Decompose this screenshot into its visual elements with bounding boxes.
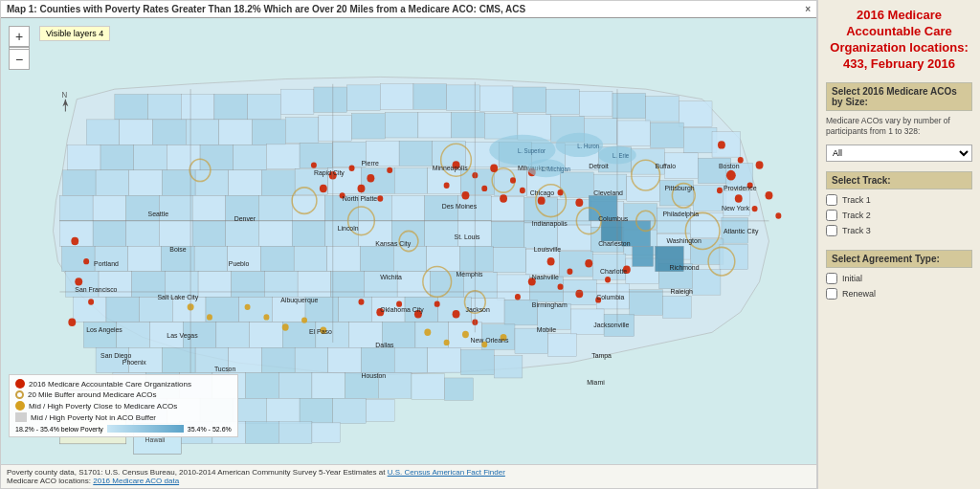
svg-rect-223 [266, 398, 300, 423]
initial-checkbox[interactable] [826, 273, 837, 284]
svg-rect-126 [128, 246, 162, 271]
map-close-button[interactable]: × [805, 4, 811, 14]
svg-point-257 [717, 188, 723, 193]
svg-text:Jackson: Jackson [465, 306, 489, 314]
svg-rect-89 [292, 195, 325, 220]
svg-rect-21 [120, 120, 153, 144]
svg-point-278 [605, 277, 611, 282]
track3-item: Track 3 [826, 225, 972, 236]
svg-rect-88 [258, 195, 292, 220]
svg-text:San Francisco: San Francisco [75, 286, 117, 294]
sidebar: 2016 Medicare Accountable Care Organizat… [817, 0, 980, 489]
footer-census-link[interactable]: U.S. Census American Fact Finder [388, 468, 505, 477]
svg-rect-24 [219, 120, 253, 144]
legend-buffer-icon [15, 390, 24, 399]
legend-item-midpov-close: Mid / High Poverty Close to Medicare ACO… [15, 401, 232, 411]
svg-text:Detroit: Detroit [589, 163, 608, 170]
svg-point-254 [726, 170, 736, 181]
svg-point-275 [547, 257, 555, 265]
svg-point-281 [575, 290, 583, 298]
svg-rect-11 [413, 84, 447, 109]
svg-point-287 [349, 166, 355, 171]
initial-label: Initial [842, 274, 862, 283]
svg-rect-38 [683, 127, 717, 152]
svg-rect-231 [312, 423, 341, 443]
svg-point-294 [358, 299, 364, 304]
svg-rect-212 [246, 373, 279, 398]
legend-midpov-not-icon [15, 412, 27, 422]
svg-point-274 [575, 199, 583, 207]
svg-point-265 [510, 177, 516, 183]
svg-point-271 [520, 188, 525, 193]
sidebar-agreement-section: Select Agreement Type: Initial Renewal [826, 250, 972, 303]
svg-text:Washington: Washington [666, 237, 701, 245]
svg-rect-164 [106, 297, 140, 322]
svg-point-312 [282, 323, 289, 330]
zoom-in-button[interactable]: + [9, 26, 30, 47]
svg-rect-37 [651, 122, 684, 147]
svg-text:Philadelphia: Philadelphia [663, 210, 700, 217]
footer-aco-link[interactable]: 2016 Medicare ACO data [93, 477, 179, 485]
legend-gradient: 18.2% - 35.4% below Poverty 35.4% - 52.6… [15, 425, 232, 433]
renewal-checkbox[interactable] [826, 288, 837, 300]
svg-rect-95 [491, 196, 524, 221]
svg-rect-8 [314, 87, 347, 112]
sidebar-track-title: Select Track: [826, 171, 972, 189]
svg-rect-109 [258, 221, 292, 246]
svg-rect-213 [278, 373, 312, 398]
svg-rect-200 [261, 347, 295, 372]
track1-checkbox[interactable] [826, 194, 837, 206]
svg-text:Miami: Miami [587, 379, 605, 387]
svg-text:Louisville: Louisville [534, 245, 561, 253]
svg-point-304 [88, 299, 94, 304]
svg-rect-184 [216, 322, 250, 347]
svg-rect-154 [397, 272, 431, 297]
svg-text:Birmingham: Birmingham [532, 301, 568, 309]
svg-rect-28 [352, 114, 386, 139]
visible-layers-badge[interactable]: Visible layers 4 [39, 26, 110, 41]
svg-rect-86 [192, 195, 226, 220]
svg-point-259 [752, 206, 758, 211]
svg-rect-40 [67, 144, 100, 169]
svg-rect-194 [548, 333, 577, 356]
svg-rect-2 [115, 94, 148, 119]
svg-rect-92 [391, 195, 425, 220]
svg-point-301 [71, 237, 78, 245]
svg-point-315 [245, 304, 251, 310]
svg-text:Mobile: Mobile [537, 326, 556, 334]
svg-rect-39 [712, 132, 741, 157]
map-section: Map 1: Counties with Poverty Rates Great… [0, 0, 817, 489]
svg-text:Columbus: Columbus [598, 215, 629, 223]
svg-point-299 [453, 310, 460, 318]
svg-rect-230 [278, 422, 312, 444]
sidebar-size-select[interactable]: All 1-50 51-100 101-200 201-328 [826, 144, 972, 162]
svg-text:Columbia: Columbia [596, 294, 624, 301]
svg-rect-13 [479, 86, 513, 111]
track3-label: Track 3 [842, 226, 871, 235]
zoom-out-button[interactable]: − [9, 49, 30, 70]
renewal-label: Renewal [842, 289, 876, 299]
svg-rect-124 [61, 246, 95, 271]
svg-text:Denver: Denver [234, 215, 256, 223]
svg-rect-36 [617, 121, 651, 145]
svg-text:Las Vegas: Las Vegas [167, 331, 198, 339]
svg-text:New Orleans: New Orleans [470, 337, 508, 345]
map-title-bar: Map 1: Counties with Poverty Rates Great… [1, 1, 816, 18]
svg-point-311 [263, 314, 269, 320]
svg-rect-3 [148, 94, 182, 119]
track1-label: Track 1 [842, 195, 871, 205]
track3-checkbox[interactable] [826, 225, 837, 236]
legend-gradient-high: 35.4% - 52.6% [188, 426, 232, 433]
footer-line2: Medicare ACO locations: 2016 Medicare AC… [7, 477, 811, 485]
track2-checkbox[interactable] [826, 210, 837, 221]
svg-text:Salt Lake City: Salt Lake City [157, 294, 198, 301]
svg-point-305 [68, 318, 76, 325]
svg-rect-107 [192, 221, 226, 246]
svg-rect-43 [167, 144, 200, 169]
svg-rect-4 [181, 94, 214, 119]
svg-point-252 [718, 141, 725, 148]
svg-rect-162 [663, 296, 692, 318]
svg-text:Pueblo: Pueblo [229, 260, 250, 268]
legend-aco-label: 2016 Medicare Accountable Care Organizat… [29, 380, 191, 389]
track2-label: Track 2 [842, 211, 871, 220]
